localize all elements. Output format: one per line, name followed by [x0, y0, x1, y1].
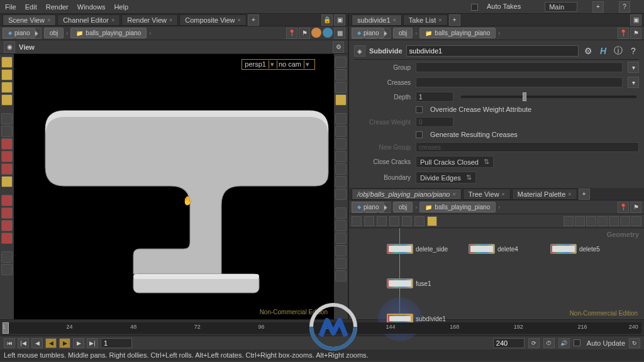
- lock-icon[interactable]: 🔒: [321, 14, 333, 26]
- breadcrumb-obj[interactable]: obj: [44, 28, 64, 38]
- close-icon[interactable]: ×: [111, 17, 114, 23]
- close-icon[interactable]: ×: [238, 17, 241, 23]
- safe-area-icon[interactable]: [335, 258, 347, 269]
- plus-icon[interactable]: +: [592, 1, 604, 13]
- move-tool-icon[interactable]: [1, 126, 13, 137]
- pin-icon[interactable]: 📍: [286, 28, 297, 39]
- tab-scene-view[interactable]: Scene View×: [3, 14, 56, 26]
- gear-icon[interactable]: ⚙: [582, 45, 594, 57]
- zoom-selected-icon[interactable]: [575, 216, 585, 226]
- snap-point-icon[interactable]: [1, 207, 13, 219]
- field-guide-icon[interactable]: [335, 245, 347, 256]
- breadcrumb-piano[interactable]: piano: [352, 202, 384, 212]
- display-vertex-icon[interactable]: [335, 176, 347, 187]
- generate-checkbox[interactable]: [416, 131, 423, 138]
- select-tool-icon[interactable]: [1, 57, 13, 68]
- info-icon[interactable]: ⓘ: [613, 45, 624, 57]
- tree-icon[interactable]: [364, 216, 374, 226]
- close-icon[interactable]: ×: [169, 17, 172, 23]
- xray-icon[interactable]: [335, 220, 347, 231]
- menu-edit[interactable]: Edit: [25, 3, 37, 11]
- node-name-input[interactable]: [406, 45, 579, 57]
- list-view-icon[interactable]: [352, 216, 362, 226]
- display-prims-icon[interactable]: [335, 151, 347, 162]
- tab-take-list[interactable]: Take List×: [403, 14, 448, 26]
- breadcrumb-obj[interactable]: obj: [393, 28, 413, 38]
- snap-curve-icon[interactable]: [1, 220, 13, 231]
- breadcrumb-piano[interactable]: piano: [3, 28, 35, 38]
- close-icon[interactable]: ×: [47, 17, 50, 23]
- network-view[interactable]: Geometry delete_side delete4 delete5 fus…: [349, 228, 644, 319]
- 3d-viewport[interactable]: persp1▾ no cam▾ ✋ Non-Commercial Edition: [14, 54, 334, 319]
- menu-windows[interactable]: Windows: [77, 3, 106, 11]
- brush-tool-icon[interactable]: [1, 82, 13, 93]
- view-menu-icon[interactable]: ◉: [4, 41, 15, 53]
- wireframe-icon[interactable]: [335, 69, 347, 80]
- first-frame-button[interactable]: ⏮: [4, 338, 15, 348]
- auto-update-checkbox[interactable]: [574, 339, 580, 346]
- maximize-icon[interactable]: ▣: [630, 14, 641, 26]
- menu-file[interactable]: File: [5, 3, 16, 11]
- node-delete4[interactable]: delete4: [469, 244, 518, 254]
- display-hulls-icon[interactable]: [335, 126, 347, 137]
- close-icon[interactable]: ×: [568, 191, 571, 197]
- flag-icon[interactable]: ⚑: [630, 202, 641, 213]
- creases-input[interactable]: [416, 77, 623, 87]
- display-footprints-icon[interactable]: [335, 189, 347, 200]
- breadcrumb-piano[interactable]: piano: [352, 28, 384, 38]
- dependency-icon[interactable]: [586, 216, 596, 226]
- tab-composite-view[interactable]: Composite View×: [179, 14, 247, 26]
- more-icon[interactable]: ?: [628, 45, 639, 57]
- prev-frame-button[interactable]: ◀: [31, 338, 43, 348]
- flag-icon[interactable]: ⚑: [299, 28, 310, 39]
- breadcrumb-scene[interactable]: balls_playing_piano: [70, 28, 147, 38]
- options-icon[interactable]: [609, 216, 619, 226]
- maximize-icon[interactable]: ▣: [334, 14, 345, 26]
- handle-tool-icon[interactable]: [1, 176, 13, 187]
- current-frame-input[interactable]: [101, 338, 132, 348]
- next-frame-button[interactable]: ▶: [73, 338, 84, 348]
- snap-grid-icon[interactable]: [1, 195, 13, 206]
- cube-icon[interactable]: ▦: [334, 28, 345, 39]
- tab-channel-editor[interactable]: Channel Editor×: [57, 14, 120, 26]
- view-label[interactable]: View: [19, 43, 35, 51]
- node-delete5[interactable]: delete5: [550, 244, 600, 254]
- gear-icon[interactable]: [631, 216, 641, 226]
- folder-icon[interactable]: [427, 216, 437, 226]
- add-tab-icon[interactable]: +: [579, 189, 590, 200]
- play-button[interactable]: ▶: [59, 338, 70, 348]
- snap-multi-icon[interactable]: [1, 233, 13, 244]
- boundary-dropdown[interactable]: Divide Edges⇅: [416, 172, 476, 184]
- add-tab-icon[interactable]: +: [449, 14, 460, 26]
- tab-render-view[interactable]: Render View×: [121, 14, 178, 26]
- realtime-icon[interactable]: ⏱: [543, 338, 555, 348]
- display-normals-icon[interactable]: [335, 138, 347, 150]
- scale-tool-icon[interactable]: [1, 151, 13, 162]
- next-keyframe-button[interactable]: ▶|: [87, 338, 98, 348]
- tab-material-palette[interactable]: Material Palette×: [512, 189, 577, 200]
- color-icon[interactable]: [414, 216, 425, 226]
- menu-help[interactable]: Help: [114, 3, 128, 11]
- display-blue-icon[interactable]: [323, 28, 333, 38]
- display-orange-icon[interactable]: [311, 28, 321, 38]
- update-icon[interactable]: ↻: [629, 338, 640, 348]
- depth-input[interactable]: [416, 92, 453, 102]
- rotate-tool-icon[interactable]: [1, 138, 13, 150]
- depth-slider[interactable]: [461, 96, 636, 98]
- display-points-icon[interactable]: [335, 113, 347, 124]
- shaded-icon[interactable]: [335, 82, 347, 93]
- tab-tree-view[interactable]: Tree View×: [463, 189, 511, 200]
- lighting-icon[interactable]: [335, 94, 347, 106]
- bg-image-icon[interactable]: [335, 270, 347, 282]
- close-cracks-dropdown[interactable]: Pull Cracks Closed⇅: [416, 156, 494, 168]
- pin-icon[interactable]: 📍: [618, 202, 629, 213]
- shading-icon[interactable]: [335, 57, 347, 68]
- close-icon[interactable]: ×: [452, 191, 455, 197]
- close-icon[interactable]: ×: [393, 17, 396, 23]
- translate-tool-icon[interactable]: [1, 163, 13, 175]
- help-h-icon[interactable]: H: [597, 45, 609, 57]
- view-options-icon[interactable]: ⚙: [333, 41, 344, 53]
- override-checkbox[interactable]: [416, 106, 423, 113]
- node-fuse1[interactable]: fuse1: [387, 278, 431, 288]
- ghost-icon[interactable]: [335, 207, 347, 219]
